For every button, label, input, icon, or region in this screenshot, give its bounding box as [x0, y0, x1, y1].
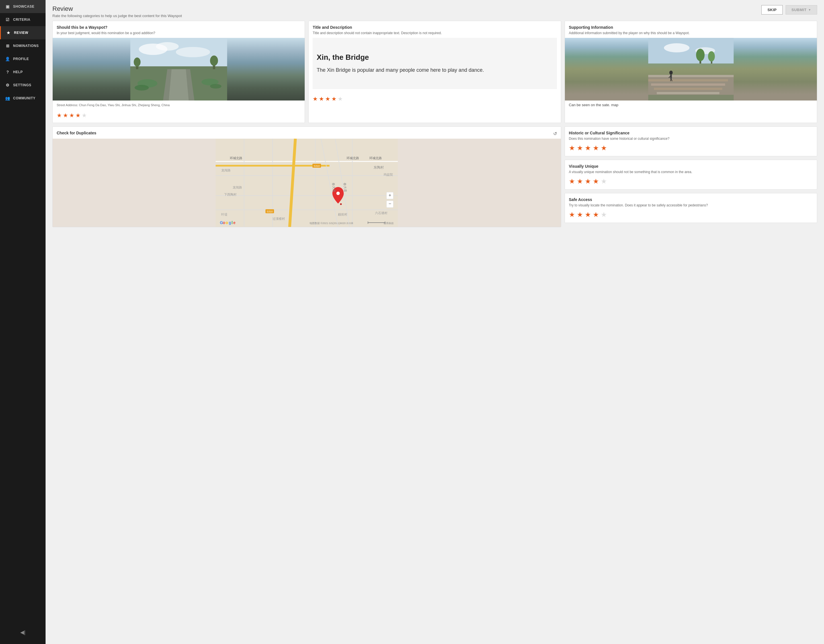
sidebar-item-criteria[interactable]: ☑ CRITERIA — [0, 13, 46, 26]
right-rating-column: Historic or Cultural Significance Does t… — [565, 126, 817, 227]
svg-text:g: g — [229, 220, 231, 225]
historic-star-1[interactable]: ★ — [569, 144, 575, 152]
title-star-5[interactable]: ★ — [338, 95, 343, 102]
svg-rect-27 — [656, 92, 719, 94]
svg-point-63 — [340, 203, 342, 205]
supporting-image — [565, 38, 817, 100]
star-2[interactable]: ★ — [63, 112, 68, 119]
sidebar-item-review[interactable]: ★ REVIEW — [0, 26, 46, 39]
svg-rect-33 — [648, 95, 733, 100]
wayspot-image — [53, 38, 304, 100]
wayspot-stars[interactable]: ★ ★ ★ ★ ★ — [53, 110, 304, 123]
review-grid: Should this be a Wayspot? In your best j… — [46, 21, 824, 234]
profile-icon: 👤 — [5, 56, 10, 61]
page-header: Review Rate the following categories to … — [46, 0, 824, 21]
map-refresh-icon[interactable]: ↺ — [553, 131, 557, 136]
svg-text:过漢楼村: 过漢楼村 — [272, 217, 285, 220]
visual-star-3[interactable]: ★ — [585, 177, 591, 185]
svg-text:o: o — [223, 220, 225, 225]
safe-access-subtitle: Try to visually locate the nomination. D… — [569, 203, 813, 208]
criteria-icon: ☑ — [5, 17, 10, 22]
wayspot-card: Should this be a Wayspot? In your best j… — [52, 21, 305, 123]
svg-text:S310: S310 — [267, 210, 273, 213]
svg-rect-26 — [654, 88, 722, 90]
safe-access-stars[interactable]: ★ ★ ★ ★ ★ — [569, 211, 813, 219]
svg-text:+: + — [389, 193, 391, 198]
historic-stars[interactable]: ★ ★ ★ ★ ★ — [569, 144, 813, 152]
sidebar-item-showcase[interactable]: ▣ SHOWCASE — [0, 0, 46, 13]
title-star-1[interactable]: ★ — [313, 95, 318, 102]
historic-star-2[interactable]: ★ — [577, 144, 583, 152]
visual-star-4[interactable]: ★ — [593, 177, 599, 185]
svg-text:龙闯路: 龙闯路 — [233, 186, 242, 189]
svg-text:叶堤: 叶堤 — [221, 213, 228, 216]
supporting-image-svg — [565, 38, 817, 100]
svg-point-62 — [336, 192, 340, 195]
star-5[interactable]: ★ — [82, 112, 87, 119]
header-actions: SKIP SUBMIT ▼ — [761, 5, 817, 14]
star-3[interactable]: ★ — [69, 112, 74, 119]
header-left: Review Rate the following categories to … — [52, 5, 182, 18]
title-card: Title and Description Title and descript… — [308, 21, 561, 123]
svg-text:o: o — [226, 220, 228, 225]
safe-star-1[interactable]: ★ — [569, 211, 575, 219]
star-4[interactable]: ★ — [75, 112, 81, 119]
svg-point-19 — [696, 49, 704, 61]
title-star-2[interactable]: ★ — [319, 95, 324, 102]
svg-rect-25 — [651, 83, 725, 86]
title-star-4[interactable]: ★ — [331, 95, 337, 102]
title-star-3[interactable]: ★ — [325, 95, 330, 102]
svg-text:龙闯路: 龙闯路 — [221, 169, 231, 172]
svg-point-21 — [708, 51, 715, 61]
visually-unique-subtitle: A visually unique nomination should not … — [569, 170, 813, 175]
duplicates-card: Check for Duplicates ↺ — [52, 126, 561, 227]
title-card-subtitle: Title and description should not contain… — [313, 31, 557, 35]
svg-text:l: l — [232, 220, 233, 225]
visual-star-2[interactable]: ★ — [577, 177, 583, 185]
showcase-icon: ▣ — [5, 4, 10, 9]
title-stars[interactable]: ★ ★ ★ ★ ★ — [309, 93, 561, 106]
safe-star-5[interactable]: ★ — [601, 211, 607, 219]
historic-star-3[interactable]: ★ — [585, 144, 591, 152]
sidebar-item-community[interactable]: 👥 COMMUNITY — [0, 92, 46, 105]
svg-point-12 — [134, 57, 141, 67]
svg-rect-24 — [648, 79, 728, 81]
sidebar-item-nominations[interactable]: ⊞ NOMINATIONS — [0, 39, 46, 52]
svg-rect-23 — [648, 75, 733, 77]
visually-unique-stars[interactable]: ★ ★ ★ ★ ★ — [569, 177, 813, 185]
historic-star-4[interactable]: ★ — [593, 144, 599, 152]
nomination-description: The Xin Bridge is popular and many peopl… — [317, 66, 553, 74]
visual-star-1[interactable]: ★ — [569, 177, 575, 185]
review-icon: ★ — [6, 30, 11, 35]
skip-button[interactable]: SKIP — [761, 5, 782, 14]
visually-unique-title: Visually Unique — [569, 164, 813, 169]
visual-star-5[interactable]: ★ — [601, 177, 607, 185]
wayspot-card-subtitle: In your best judgment, would this nomina… — [57, 31, 301, 35]
page-title: Review — [52, 5, 182, 12]
svg-point-8 — [135, 85, 149, 91]
supporting-card-title: Supporting Information — [569, 25, 813, 29]
submit-chevron-icon: ▼ — [808, 8, 811, 11]
community-icon: 👥 — [5, 96, 10, 101]
nomination-title: Xin, the Bridge — [317, 53, 553, 62]
svg-text:−: − — [389, 201, 391, 206]
sidebar-item-profile[interactable]: 👤 PROFILE — [0, 52, 46, 66]
svg-point-16 — [664, 43, 689, 52]
safe-star-3[interactable]: ★ — [585, 211, 591, 219]
svg-text:坞盆院: 坞盆院 — [383, 173, 393, 176]
submit-button[interactable]: SUBMIT ▼ — [786, 5, 817, 14]
map-container[interactable]: 环城北路 环城北路 环城北路 S310 S310 东陶村 坞盆院 龙闯路 龙闯路… — [53, 139, 561, 227]
wayspot-card-title: Should this be a Wayspot? — [57, 25, 301, 29]
sidebar-item-help[interactable]: ? HELP — [0, 66, 46, 78]
settings-icon: ⚙ — [5, 83, 10, 88]
safe-star-4[interactable]: ★ — [593, 211, 599, 219]
svg-text:东陶村: 东陶村 — [374, 165, 384, 169]
help-icon: ? — [5, 69, 10, 75]
sidebar-collapse-button[interactable]: ◀| — [0, 626, 46, 638]
safe-star-2[interactable]: ★ — [577, 211, 583, 219]
svg-point-14 — [210, 55, 218, 66]
sidebar-item-settings[interactable]: ⚙ SETTINGS — [0, 78, 46, 92]
star-1[interactable]: ★ — [57, 112, 62, 119]
svg-point-10 — [210, 84, 221, 89]
historic-star-5[interactable]: ★ — [601, 144, 607, 152]
